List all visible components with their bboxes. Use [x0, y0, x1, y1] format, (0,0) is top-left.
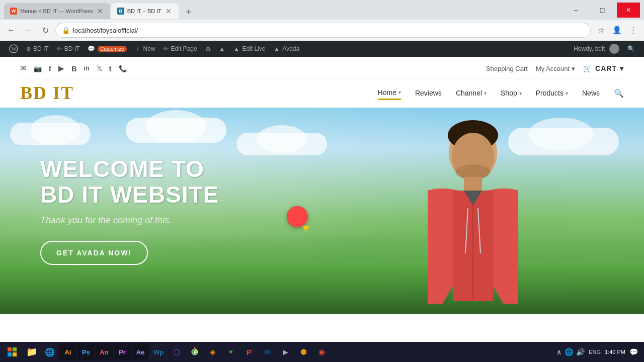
wp-admin-bar: W ⊛ BD IT ✏ BD IT 💬 Customize ＋ New ✏ Ed… [0, 41, 644, 57]
site-label: ⊛ [26, 46, 31, 52]
ppt-button[interactable]: P [240, 343, 258, 360]
illustrator-button[interactable]: Ai [59, 343, 76, 360]
comments-item[interactable]: 💬 Customize [84, 41, 130, 57]
tray-volume-icon[interactable]: 🔊 [576, 348, 585, 356]
twitter-icon[interactable]: 𝕏 [97, 64, 102, 72]
bookmark-button[interactable]: ☆ [594, 23, 608, 37]
close-button[interactable]: ✕ [617, 3, 640, 18]
start-button[interactable] [2, 343, 22, 361]
email-icon[interactable]: ✉ [20, 64, 27, 73]
language-indicator[interactable]: ENG [589, 349, 601, 355]
notification-button[interactable]: 💬 [629, 348, 638, 356]
svg-text:W: W [12, 46, 17, 52]
nav-item-home[interactable]: Home ▾ [378, 86, 401, 100]
news-label: News [582, 89, 600, 97]
tab-active[interactable]: B BD IT – BD IT ✕ [111, 3, 179, 19]
photoshop-button[interactable]: Ps [77, 343, 95, 360]
premiere-button[interactable]: Pr [114, 343, 131, 360]
tumblr-icon[interactable]: t [109, 64, 112, 73]
pencil-icon: ✏ [57, 45, 62, 52]
taskbar-clock[interactable]: 1:40 PM [605, 348, 625, 355]
avada-triangle-icon: ▲ [219, 45, 225, 53]
cart-button[interactable]: 🛒 CART ▾ [583, 64, 624, 72]
profile-button[interactable]: 👤 [610, 23, 624, 37]
search-icon: 🔍 [627, 45, 635, 52]
my-account-button[interactable]: My Account ▾ [536, 65, 575, 72]
tab2-close[interactable]: ✕ [165, 7, 173, 15]
chrome-button[interactable] [186, 343, 203, 360]
tab-inactive[interactable]: W Menus < BD IT — WordPress ✕ [4, 3, 110, 19]
linkedin-icon[interactable]: in [84, 65, 90, 72]
avada-item[interactable]: ▲ Avada [269, 41, 303, 57]
social-icons-group: ✉ 📷 f ▶ B in 𝕏 t 📞 [20, 64, 127, 73]
app-purple-button[interactable]: ⬡ [168, 343, 185, 360]
new-tab-button[interactable]: + [182, 5, 196, 19]
instagram-icon[interactable]: 📷 [34, 65, 42, 72]
site-logo[interactable]: BD IT [20, 82, 74, 104]
nav-menu: Home ▾ Reviews Channel ▾ Shop ▾ Products… [378, 86, 624, 100]
header-top-right: Shopping Cart My Account ▾ 🛒 CART ▾ [486, 64, 624, 72]
shop-chevron: ▾ [519, 90, 522, 96]
after-effects-button[interactable]: Ae [132, 343, 149, 360]
edit-page-item[interactable]: ✏ Edit Page [159, 41, 201, 57]
avada-icon-item[interactable]: ▲ [215, 41, 229, 57]
wp-shield-item[interactable]: ⊛ [201, 41, 215, 57]
wp-button[interactable]: Wp [150, 343, 167, 360]
new-item[interactable]: ＋ New [131, 41, 159, 57]
youtube-icon[interactable]: ▶ [58, 64, 64, 73]
hero-person-image [403, 113, 543, 314]
nav-item-shop[interactable]: Shop ▾ [501, 87, 522, 99]
app-red-button[interactable]: ◉ [313, 343, 330, 360]
file-explorer-button[interactable]: 📁 [23, 343, 40, 360]
address-bar[interactable]: 🔒 localhost/foysalofficial/ [55, 23, 591, 38]
phone-icon[interactable]: 📞 [119, 65, 127, 72]
svg-rect-12 [13, 347, 17, 351]
wp-logo-item[interactable]: W [5, 41, 22, 57]
forward-button[interactable]: → [21, 23, 35, 37]
animate-button[interactable]: An [96, 343, 113, 360]
hero-cta-button[interactable]: GET AVADA NOW! [40, 241, 148, 265]
edge-button[interactable]: 🌐 [41, 343, 58, 360]
avada2-icon: ▲ [273, 45, 280, 53]
nav-search-item[interactable]: 🔍 [614, 88, 624, 98]
windows-logo-icon [8, 347, 17, 356]
channel-label: Channel [456, 89, 482, 97]
cart-icon: 🛒 [583, 64, 592, 72]
maximize-button[interactable]: □ [591, 3, 614, 18]
howdy-item[interactable]: Howdy, bdit [570, 41, 623, 57]
wp-search-button[interactable]: 🔍 [623, 41, 639, 57]
tab1-close[interactable]: ✕ [96, 7, 104, 15]
video-button[interactable]: ▶ [277, 343, 294, 360]
nav-item-reviews[interactable]: Reviews [415, 87, 442, 99]
reviews-label: Reviews [415, 89, 442, 97]
wordpress-icon: W [9, 44, 18, 53]
app-green2-button[interactable]: ✦ [222, 343, 239, 360]
my-account-label: My Account [536, 65, 570, 72]
facebook-icon[interactable]: f [49, 64, 51, 73]
minimize-button[interactable]: – [565, 3, 588, 18]
tray-network-icon[interactable]: 🌐 [565, 348, 573, 356]
svg-rect-11 [8, 347, 12, 351]
db-button[interactable]: ⬢ [295, 343, 312, 360]
cart-chevron: ▾ [620, 64, 624, 72]
tray-up-arrow[interactable]: ∧ [556, 348, 561, 356]
wp-site-name[interactable]: ⊛ BD IT [22, 41, 53, 57]
shopping-cart-link[interactable]: Shopping Cart [486, 65, 528, 72]
customize-item[interactable]: ✏ BD IT [53, 41, 84, 57]
nav-item-news[interactable]: News [582, 87, 600, 99]
edit-live-label: Edit Live [242, 45, 265, 52]
menu-button[interactable]: ⋮ [626, 23, 640, 37]
edit-live-item[interactable]: ▲ Edit Live [229, 41, 270, 57]
refresh-button[interactable]: ↻ [38, 23, 52, 37]
svg-rect-13 [8, 352, 12, 356]
nav-item-channel[interactable]: Channel ▾ [456, 87, 487, 99]
back-button[interactable]: ← [4, 23, 18, 37]
customize-label: BD IT [64, 45, 80, 52]
shop-label: Shop [501, 89, 517, 97]
app-orange-button[interactable]: ◈ [204, 343, 221, 360]
avatar [609, 44, 619, 54]
blogger-icon[interactable]: B [71, 64, 77, 73]
nav-item-products[interactable]: Products ▾ [536, 87, 568, 99]
tab1-favicon: W [10, 8, 17, 15]
mail-button[interactable]: ✉ [259, 343, 276, 360]
